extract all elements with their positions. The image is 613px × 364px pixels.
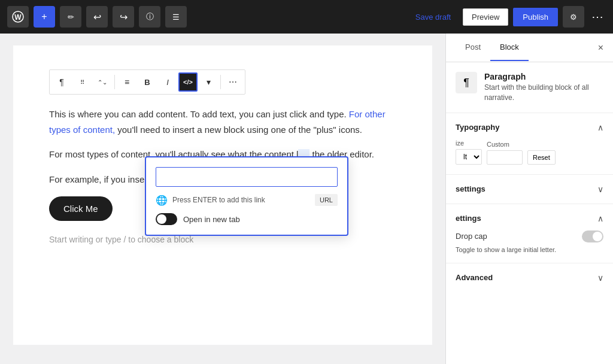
open-new-tab-label: Open in new tab [183, 215, 240, 224]
block-info-section: ¶ Paragraph Start with the building bloc… [446, 62, 613, 113]
drop-cap-thumb [593, 232, 602, 241]
link-url-input[interactable] [156, 167, 338, 187]
settings-button[interactable]: ⚙ [563, 6, 584, 28]
info-icon: ⓘ [146, 11, 154, 22]
drop-cap-label: Drop cap [456, 232, 487, 241]
link-button[interactable]: </> [178, 72, 198, 92]
toggle-thumb [157, 214, 166, 224]
chevron-down-icon: ▾ [207, 77, 211, 87]
pencil-icon: ✏ [68, 13, 74, 22]
right-sidebar: Post Block × ¶ Paragraph Start with the … [445, 34, 613, 364]
enter-link-text: Press ENTER to add this link [172, 196, 310, 204]
text-settings-label: ettings [456, 214, 481, 223]
content-link: For other types of content, [49, 109, 386, 135]
block-details: Paragraph Start with the building block … [484, 72, 603, 103]
drag-handle-button[interactable]: ⠿ [72, 72, 92, 92]
editor-inner: ¶ ⠿ ⌃⌄ ≡ B I </> [13, 46, 432, 345]
add-block-button[interactable]: + [34, 6, 55, 28]
italic-icon: I [166, 78, 169, 87]
gear-icon: ⚙ [570, 13, 577, 22]
typography-section: Typography ∧ ize lt Custom Reset [446, 113, 613, 175]
edit-button[interactable]: ✏ [60, 6, 81, 28]
block-title: Paragraph [484, 72, 603, 81]
save-draft-button[interactable]: Save draft [408, 9, 458, 25]
block-description: Start with the building block of all nar… [484, 83, 603, 103]
color-settings-header[interactable]: settings ∨ [456, 184, 603, 194]
svg-text:W: W [14, 13, 22, 22]
undo-button[interactable]: ↩ [86, 6, 108, 28]
wp-logo[interactable]: W [7, 6, 29, 28]
ellipsis-icon: ⋯ [229, 77, 237, 87]
redo-icon: ↪ [120, 11, 128, 23]
move-arrows-button[interactable]: ⌃⌄ [93, 72, 112, 92]
preview-button[interactable]: Preview [463, 8, 508, 26]
open-new-tab-row: Open in new tab [156, 213, 338, 225]
drop-cap-toggle[interactable] [582, 230, 603, 242]
plus-icon: + [41, 11, 47, 22]
advanced-section: Advanced ∨ [446, 263, 613, 292]
bold-icon: B [144, 78, 150, 87]
advanced-label: Advanced [456, 273, 493, 282]
dropdown-button[interactable]: ▾ [199, 72, 218, 92]
text-settings-header[interactable]: ettings ∧ [456, 214, 603, 223]
url-button[interactable]: URL [315, 194, 338, 206]
color-settings-chevron-icon: ∨ [597, 184, 603, 194]
paragraph-icon: ¶ [59, 77, 64, 87]
color-settings-label: settings [456, 184, 485, 193]
custom-label: Custom [487, 141, 523, 148]
open-new-tab-toggle[interactable] [156, 213, 177, 225]
main-area: ¶ ⠿ ⌃⌄ ≡ B I </> [0, 34, 613, 364]
globe-icon: 🌐 [156, 195, 168, 206]
drop-cap-description: Toggle to show a large initial letter. [456, 246, 603, 253]
more-toolbar-button[interactable]: ⋯ [223, 72, 242, 92]
editor-area: ¶ ⠿ ⌃⌄ ≡ B I </> [0, 34, 445, 364]
link-icon: </> [183, 78, 193, 86]
advanced-chevron-icon: ∨ [597, 273, 603, 283]
sidebar-close-button[interactable]: × [598, 43, 603, 53]
redo-button[interactable]: ↪ [113, 6, 134, 28]
link-popup: 🌐 Press ENTER to add this link URL Open … [145, 156, 348, 236]
drop-cap-row: Drop cap [456, 230, 603, 242]
text-settings-section: ettings ∧ Drop cap Toggle to show a larg… [446, 204, 613, 263]
sidebar-tabs: Post Block × [446, 34, 613, 62]
header-actions: Save draft Preview Publish ⚙ ⋯ [408, 6, 606, 28]
tab-post[interactable]: Post [456, 34, 490, 61]
paragraph-1: This is where you can add content. To ad… [49, 107, 396, 137]
block-toolbar: ¶ ⠿ ⌃⌄ ≡ B I </> [49, 69, 245, 95]
block-info: ¶ Paragraph Start with the building bloc… [456, 72, 603, 103]
font-size-select[interactable]: lt [456, 149, 482, 165]
typography-controls: ize lt Custom Reset [456, 139, 603, 165]
align-icon: ≡ [125, 77, 129, 87]
undo-icon: ↩ [93, 11, 101, 23]
bold-button[interactable]: B [138, 72, 157, 92]
typography-label: Typography [456, 123, 499, 132]
italic-button[interactable]: I [158, 72, 177, 92]
size-control: ize lt [456, 139, 482, 165]
publish-button[interactable]: Publish [513, 8, 558, 26]
tab-block[interactable]: Block [490, 34, 529, 61]
paragraph-type-button[interactable]: ¶ [52, 72, 71, 92]
toolbar-divider [114, 75, 115, 89]
more-options-button[interactable]: ⋯ [589, 7, 606, 26]
align-button[interactable]: ≡ [117, 72, 136, 92]
more-icon: ⋯ [591, 10, 603, 23]
top-bar: W + ✏ ↩ ↪ ⓘ ☰ Save draft Preview Publish… [0, 0, 613, 34]
custom-size-input[interactable] [487, 150, 523, 165]
size-label: ize [456, 139, 482, 147]
color-settings-section: settings ∨ [446, 175, 613, 204]
drop-cap-control: Drop cap Toggle to show a large initial … [456, 230, 603, 253]
advanced-header[interactable]: Advanced ∨ [456, 273, 603, 283]
link-enter-row: 🌐 Press ENTER to add this link URL [156, 194, 338, 206]
list-view-button[interactable]: ☰ [165, 6, 187, 28]
custom-control: Custom [487, 141, 523, 165]
text-settings-chevron-icon: ∧ [597, 214, 603, 223]
typography-header[interactable]: Typography ∧ [456, 123, 603, 132]
arrows-icon: ⌃⌄ [98, 79, 107, 86]
list-icon: ☰ [172, 13, 180, 22]
block-type-icon: ¶ [456, 72, 477, 93]
click-me-button[interactable]: Click Me [49, 196, 113, 221]
drag-icon: ⠿ [80, 79, 84, 86]
reset-button[interactable]: Reset [527, 150, 556, 165]
typography-chevron-icon: ∧ [597, 123, 603, 132]
info-button[interactable]: ⓘ [139, 6, 160, 28]
